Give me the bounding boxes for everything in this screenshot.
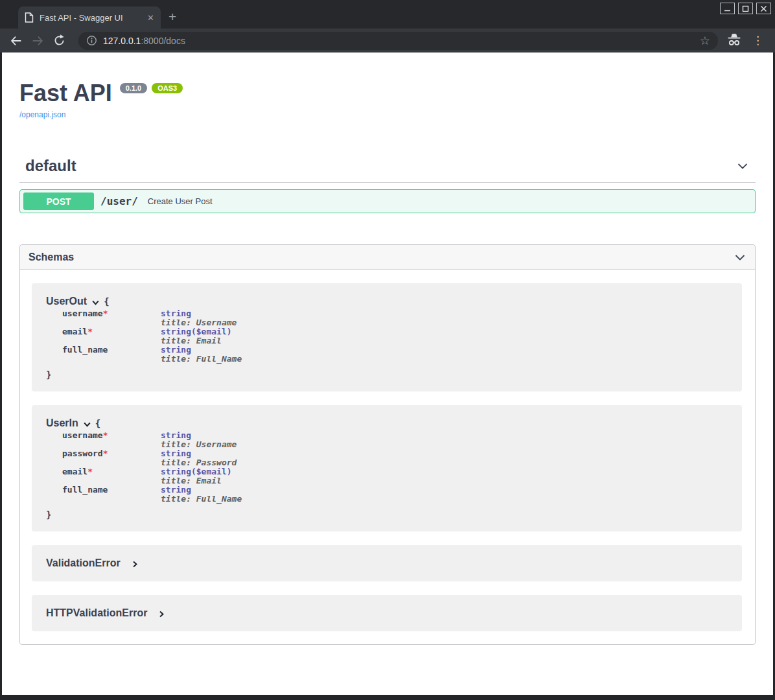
type-text: string — [161, 430, 191, 440]
model-name: UserOut — [46, 296, 87, 307]
openapi-spec-link[interactable]: /openapi.json — [19, 110, 65, 119]
property-title: title: Email — [161, 476, 232, 485]
property-title: title: Email — [161, 336, 232, 345]
property-row: full_name string title: Full_Name — [62, 345, 728, 364]
property-row: username* string title: Username — [62, 309, 728, 327]
reload-icon — [52, 34, 66, 47]
property-detail: string($email) title: Email — [161, 327, 232, 345]
property-detail: string title: Username — [161, 309, 237, 327]
model-name: UserIn — [46, 417, 78, 429]
schemas-label: Schemas — [29, 251, 74, 263]
page-title: Fast API — [19, 81, 112, 106]
property-detail: string title: Username — [161, 431, 237, 449]
property-type: string($email) — [161, 467, 232, 476]
url-path: :8000/docs — [141, 36, 185, 46]
model-toggle[interactable]: UserIn { — [46, 417, 728, 429]
property-detail: string title: Full_Name — [161, 485, 242, 504]
property-name-text: email — [62, 467, 87, 476]
model-httpvalidationerror[interactable]: HTTPValidationError — [32, 595, 742, 631]
oas3-badge: OAS3 — [152, 83, 183, 93]
page-favicon-icon — [25, 12, 34, 23]
schemas-header[interactable]: Schemas — [20, 245, 755, 270]
tag-label: default — [25, 157, 76, 175]
browser-menu-button[interactable]: ⋮ — [750, 35, 766, 46]
property-name: email* — [62, 327, 161, 345]
model-name: HTTPValidationError — [46, 607, 147, 619]
new-tab-button[interactable]: + — [168, 9, 176, 25]
property-name: password* — [62, 449, 161, 467]
tab-close-icon[interactable]: ✕ — [147, 14, 154, 22]
property-title: title: Full_Name — [161, 495, 242, 504]
type-format: ($email) — [191, 467, 232, 476]
type-text: string — [161, 345, 191, 355]
http-method-badge: POST — [23, 192, 94, 210]
model-validationerror[interactable]: ValidationError — [32, 545, 742, 581]
chevron-down-icon[interactable] — [83, 420, 91, 428]
property-type: string — [161, 485, 242, 495]
tag-section-default[interactable]: default — [19, 157, 756, 183]
open-brace: { — [104, 296, 109, 307]
chevron-right-icon[interactable] — [157, 610, 165, 618]
model-name: ValidationError — [46, 557, 121, 569]
property-name-text: full_name — [62, 485, 108, 495]
property-detail: string title: Full_Name — [161, 345, 242, 364]
minimize-button[interactable] — [720, 3, 735, 14]
type-text: string — [161, 485, 191, 495]
type-text: string — [161, 467, 191, 476]
property-name-text: email — [62, 327, 87, 336]
url-text: 127.0.0.1:8000/docs — [103, 36, 700, 46]
schemas-section: Schemas UserOut { — [19, 244, 756, 645]
property-name: full_name — [62, 345, 161, 364]
endpoint-path: /user/ — [100, 195, 138, 207]
forward-arrow-icon — [30, 34, 45, 48]
schemas-body: UserOut { username* string ti — [20, 270, 755, 644]
required-asterisk: * — [103, 309, 108, 318]
property-row: full_name string title: Full_Name — [62, 485, 728, 504]
required-asterisk: * — [87, 327, 93, 336]
property-detail: string title: Password — [161, 449, 237, 467]
model-toggle[interactable]: UserOut { — [46, 296, 728, 307]
close-brace: } — [46, 509, 728, 520]
property-row: email* string($email) title: Email — [62, 327, 728, 345]
type-text: string — [161, 327, 191, 336]
property-type: string($email) — [161, 327, 232, 336]
property-detail: string($email) title: Email — [161, 467, 232, 485]
page-info-icon[interactable] — [86, 35, 97, 46]
reload-button[interactable] — [52, 34, 66, 48]
type-format: ($email) — [191, 327, 232, 336]
required-asterisk: * — [87, 467, 93, 476]
endpoint-post-user[interactable]: POST /user/ Create User Post — [19, 189, 756, 213]
property-row: email* string($email) title: Email — [62, 467, 728, 485]
property-title: title: Password — [161, 458, 237, 467]
property-type: string — [161, 431, 237, 440]
chevron-down-icon[interactable] — [91, 298, 100, 307]
model-properties: username* string title: Username passwor… — [62, 431, 728, 504]
chevron-down-icon[interactable] — [736, 159, 749, 172]
url-host: 127.0.0.1 — [103, 36, 141, 46]
type-text: string — [161, 449, 191, 458]
forward-button[interactable] — [30, 34, 45, 48]
page-content: Fast API 0.1.0 OAS3 /openapi.json defaul… — [2, 52, 773, 695]
bookmark-star-icon[interactable]: ☆ — [700, 35, 710, 47]
property-type: string — [161, 345, 242, 355]
browser-tab[interactable]: Fast API - Swagger UI ✕ — [18, 6, 161, 29]
address-bar[interactable]: 127.0.0.1:8000/docs ☆ — [78, 32, 718, 50]
chevron-down-icon[interactable] — [734, 251, 746, 264]
model-userout: UserOut { username* string ti — [32, 283, 742, 391]
close-brace: } — [46, 369, 728, 380]
property-type: string — [161, 449, 237, 458]
tab-title: Fast API - Swagger UI — [40, 13, 147, 23]
tab-strip: Fast API - Swagger UI ✕ + — [0, 0, 775, 29]
property-name-text: full_name — [62, 345, 108, 355]
required-asterisk: * — [103, 430, 108, 440]
maximize-button[interactable] — [738, 3, 753, 14]
property-name: username* — [62, 431, 161, 449]
model-properties: username* string title: Username email* … — [62, 309, 728, 364]
close-window-button[interactable] — [756, 3, 771, 14]
property-title: title: Username — [161, 440, 237, 449]
maximize-icon — [742, 5, 749, 12]
property-name-text: password — [62, 449, 103, 458]
back-button[interactable] — [9, 34, 23, 48]
chevron-right-icon[interactable] — [131, 560, 139, 568]
property-row: password* string title: Password — [62, 449, 728, 467]
